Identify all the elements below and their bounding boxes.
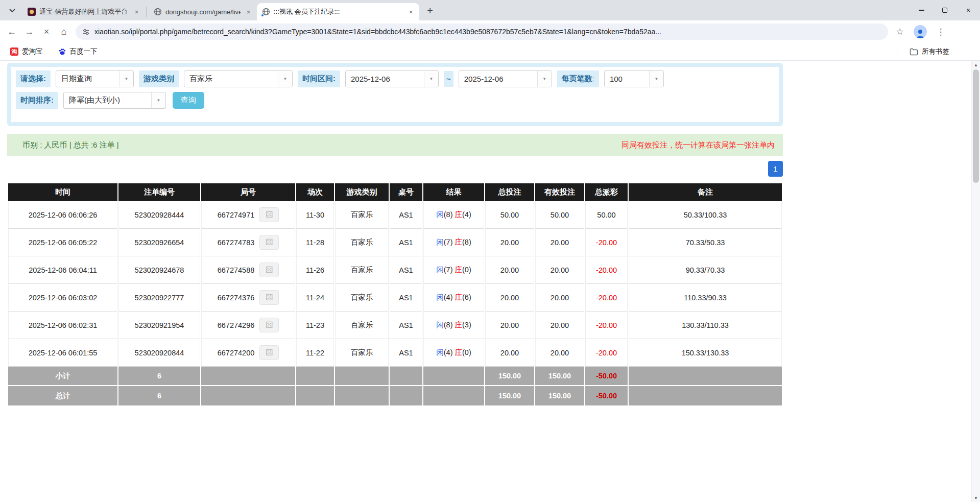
round-replay-button[interactable]: ⚄: [259, 290, 279, 305]
result-player-label: 闲: [436, 210, 444, 219]
game-type-select[interactable]: 百家乐 ▼: [184, 70, 293, 87]
minimize-button[interactable]: [910, 0, 933, 20]
result-player-score: (7): [444, 266, 453, 274]
cell-remark: 50.33/100.33: [629, 201, 782, 229]
cell-round: 667274296 ⚄: [201, 312, 295, 339]
footer-empty-cell: [296, 367, 334, 386]
close-window-button[interactable]: ×: [957, 0, 980, 20]
chevron-down-icon[interactable]: ▼: [119, 71, 133, 87]
sort-order-value: 降幂(由大到小): [64, 92, 151, 108]
vertical-scrollbar[interactable]: ▲ ▼: [971, 61, 980, 502]
cell-payout: -20.00: [585, 312, 628, 339]
result-banker-score: (0): [462, 348, 471, 356]
page-content: 请选择: 日期查询 ▼ 游戏类别 百家乐 ▼ 时间区间: 2025-12-06 …: [0, 61, 971, 405]
result-banker-label: 庄: [455, 348, 463, 356]
result-banker-score: (8): [462, 238, 471, 246]
date-range-tilde: ~: [444, 71, 453, 87]
chevron-down-icon[interactable]: ▼: [537, 71, 552, 87]
round-replay-button[interactable]: ⚄: [259, 318, 279, 332]
round-replay-button[interactable]: ⚄: [259, 262, 279, 277]
page-size-select[interactable]: 100 ▼: [604, 70, 664, 87]
dice-icon: ⚄: [266, 238, 273, 247]
chevron-down-icon[interactable]: ▼: [151, 92, 165, 108]
bookmark-label: 百度一下: [70, 47, 98, 56]
query-type-select[interactable]: 日期查询 ▼: [56, 70, 134, 87]
cell-valid-bet: 20.00: [535, 256, 584, 284]
window-controls: ×: [910, 0, 980, 20]
search-button[interactable]: 查询: [173, 92, 204, 109]
cell-table-no: AS1: [390, 312, 422, 339]
table-header-row: 时间 注单编号 局号 场次 游戏类别 桌号 结果 总投注 有效投注 总派彩 备注: [8, 183, 782, 201]
total-count: 6: [118, 386, 200, 405]
date-to-input[interactable]: 2025-12-06 ▼: [459, 70, 552, 87]
stop-button[interactable]: ×: [38, 23, 55, 40]
close-tab-icon[interactable]: ×: [244, 8, 253, 16]
page-size-label: 每页笔数:: [557, 70, 599, 87]
bookmark-baidu[interactable]: 百度一下: [54, 45, 102, 58]
close-tab-icon[interactable]: ×: [132, 8, 141, 16]
table-row: 2025-12-06 06:03:02 523020922777 6672743…: [8, 284, 782, 312]
forward-button[interactable]: →: [20, 23, 38, 40]
cell-result: 闲(7) 庄(8): [423, 229, 484, 256]
round-replay-button[interactable]: ⚄: [259, 207, 279, 222]
browser-tab-active-betrecord[interactable]: :::视讯 会员下注纪录::: ×: [257, 3, 419, 20]
browser-tab-tongbao[interactable]: 通宝-信营最好的网上游戏平台 ×: [22, 3, 145, 20]
round-replay-button[interactable]: ⚄: [259, 235, 279, 250]
date-to-value: 2025-12-06: [459, 71, 537, 87]
round-number: 667274200: [218, 349, 255, 357]
date-range-label: 时间区间:: [298, 70, 340, 87]
result-banker-score: (0): [462, 266, 471, 274]
sort-order-select[interactable]: 降幂(由大到小) ▼: [63, 92, 166, 109]
cell-valid-bet: 20.00: [535, 284, 584, 312]
table-row: 2025-12-06 06:05:22 523020926654 6672747…: [8, 229, 782, 256]
total-label: 总计: [8, 386, 117, 405]
date-from-input[interactable]: 2025-12-06 ▼: [345, 70, 439, 87]
round-replay-button[interactable]: ⚄: [259, 345, 279, 360]
cell-valid-bet: 20.00: [535, 229, 584, 256]
round-number: 667274588: [218, 266, 255, 274]
scroll-down-button[interactable]: ▼: [972, 494, 980, 502]
result-player-label: 闲: [436, 348, 444, 356]
header-time: 时间: [8, 183, 117, 201]
result-banker-label: 庄: [455, 238, 463, 246]
globe-favicon-icon: [154, 8, 162, 16]
home-button[interactable]: ⌂: [55, 23, 73, 40]
tab-title: 通宝-信营最好的网上游戏平台: [39, 7, 129, 16]
game-type-value: 百家乐: [184, 71, 278, 87]
bookmark-aitaobao[interactable]: 淘 爱淘宝: [6, 45, 47, 58]
cell-session: 11-23: [296, 312, 334, 339]
chevron-down-icon[interactable]: ▼: [424, 71, 438, 87]
profile-avatar[interactable]: [914, 25, 927, 38]
table-row: 2025-12-06 06:04:11 523020924678 6672745…: [8, 256, 782, 284]
result-banker-label: 庄: [455, 266, 463, 274]
all-bookmarks-button[interactable]: 所有书签: [905, 45, 953, 58]
cell-bet-id: 523020924678: [118, 256, 200, 284]
back-button[interactable]: ←: [3, 23, 20, 40]
scrollbar-thumb[interactable]: [973, 69, 979, 183]
cell-game-type: 百家乐: [335, 229, 389, 256]
scroll-up-button[interactable]: ▲: [972, 61, 980, 69]
cell-table-no: AS1: [390, 201, 422, 229]
header-bet-id: 注单编号: [118, 183, 200, 201]
cell-result: 闲(8) 庄(4): [423, 201, 484, 229]
tab-search-button[interactable]: [5, 4, 19, 18]
browser-menu-button[interactable]: ⋮: [932, 23, 949, 40]
chevron-down-icon[interactable]: ▼: [278, 71, 292, 87]
cell-total-bet: 20.00: [485, 339, 534, 367]
header-total-bet: 总投注: [485, 183, 534, 201]
header-table-no: 桌号: [390, 183, 422, 201]
chevron-down-icon[interactable]: ▼: [649, 71, 663, 87]
cell-result: 闲(4) 庄(6): [423, 284, 484, 312]
person-icon: [915, 28, 926, 38]
browser-tab-dongshouji[interactable]: dongshouji.com/game/live14 ×: [149, 3, 257, 20]
query-type-value: 日期查询: [56, 71, 119, 87]
browser-tab-strip: 通宝-信营最好的网上游戏平台 × dongshouji.com/game/liv…: [0, 0, 980, 20]
page-1-button[interactable]: 1: [768, 161, 783, 177]
close-tab-icon[interactable]: ×: [407, 8, 415, 16]
cell-game-type: 百家乐: [335, 256, 389, 284]
new-tab-button[interactable]: +: [423, 4, 437, 18]
maximize-button[interactable]: [933, 0, 957, 20]
bookmark-star-button[interactable]: ☆: [891, 23, 909, 40]
address-bar[interactable]: xiaotian.so/ipl/portal.php/game/betrecor…: [76, 23, 888, 40]
site-info-icon[interactable]: [82, 28, 90, 36]
